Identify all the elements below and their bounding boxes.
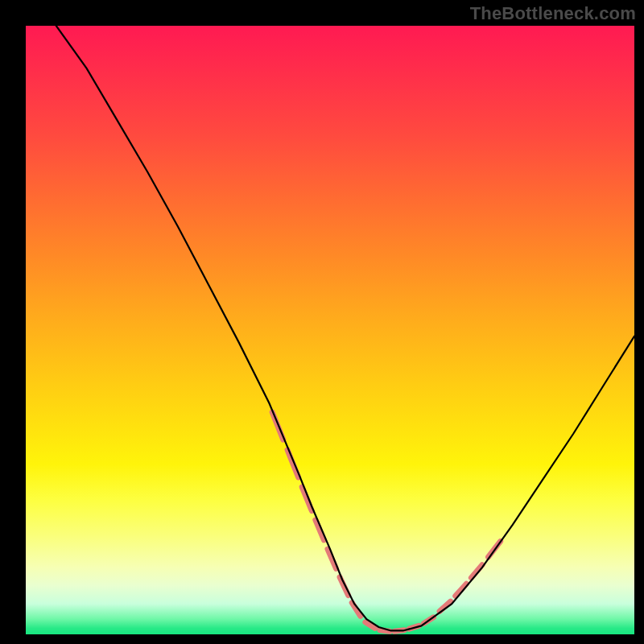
highlight-dash bbox=[302, 487, 312, 510]
plot-area bbox=[26, 26, 634, 634]
highlight-dash bbox=[287, 450, 299, 477]
watermark-text: TheBottleneck.com bbox=[470, 3, 636, 24]
highlight-dash bbox=[471, 565, 482, 578]
highlight-dash bbox=[340, 577, 349, 596]
highlight-dash-layer bbox=[272, 412, 501, 631]
chart-stage: TheBottleneck.com bbox=[0, 0, 644, 644]
curve-svg bbox=[26, 26, 634, 634]
bottleneck-curve bbox=[56, 26, 634, 630]
